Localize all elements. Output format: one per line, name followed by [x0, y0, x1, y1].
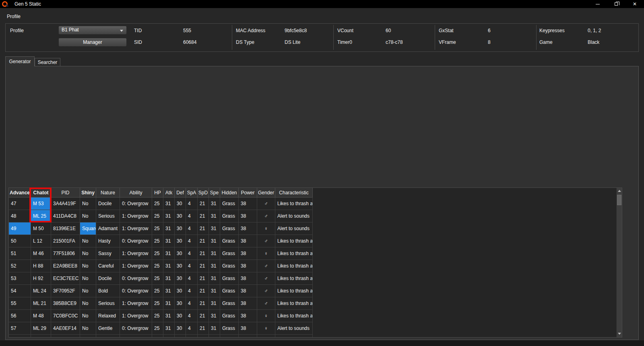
close-button[interactable]: ✕	[625, 0, 644, 8]
profile-select[interactable]: B1 Phat	[58, 26, 127, 35]
table-cell[interactable]: 38	[239, 272, 257, 285]
column-header[interactable]: Atk	[163, 188, 175, 198]
table-cell[interactable]	[186, 335, 198, 338]
table-cell[interactable]	[9, 335, 31, 338]
table-cell[interactable]: Likes to thrash about	[275, 310, 313, 322]
table-cell[interactable]: 31	[163, 260, 175, 272]
table-cell[interactable]	[175, 335, 186, 338]
table-cell[interactable]: 38	[239, 247, 257, 260]
table-cell[interactable]: Adamant	[96, 222, 120, 235]
table-cell[interactable]: No	[80, 210, 96, 222]
table-cell[interactable]: Grass	[220, 297, 239, 310]
table-cell[interactable]: 1: Overgrow	[120, 260, 152, 272]
column-header[interactable]: Characteristic	[275, 188, 313, 198]
table-cell[interactable]: 52	[9, 260, 31, 272]
table-cell[interactable]: 3A4A419F	[51, 198, 80, 210]
table-cell[interactable]: Grass	[220, 310, 239, 322]
table-cell[interactable]: 54	[9, 285, 31, 297]
table-cell[interactable]: 25	[152, 260, 163, 272]
table-cell[interactable]: ♂	[257, 210, 275, 222]
table-cell[interactable]: 31	[209, 310, 220, 322]
table-cell[interactable]: ♂	[257, 272, 275, 285]
table-cell[interactable]: H 88	[31, 260, 51, 272]
column-header[interactable]: Advance	[9, 188, 31, 198]
table-cell[interactable]: Docile	[96, 272, 120, 285]
table-cell[interactable]: L 12	[31, 235, 51, 247]
table-cell[interactable]: 38	[239, 210, 257, 222]
table-cell[interactable]: 4	[186, 260, 198, 272]
table-cell[interactable]: 56	[9, 310, 31, 322]
table-cell[interactable]: 31	[209, 198, 220, 210]
table-cell[interactable]: 0: Overgrow	[120, 198, 152, 210]
table-cell[interactable]: 38	[239, 310, 257, 322]
restore-button[interactable]	[607, 0, 625, 8]
table-cell[interactable]: E2A9BEE8	[51, 260, 80, 272]
table-cell[interactable]: 21	[198, 260, 209, 272]
table-cell[interactable]: 4	[186, 247, 198, 260]
table-cell[interactable]: 30	[175, 235, 186, 247]
table-cell[interactable]: 25	[152, 310, 163, 322]
table-cell[interactable]: 38	[239, 285, 257, 297]
table-cell[interactable]: 31	[209, 247, 220, 260]
table-cell[interactable]: 50	[9, 235, 31, 247]
table-cell[interactable]: 55	[9, 297, 31, 310]
table-cell[interactable]: 4	[186, 285, 198, 297]
table-cell[interactable]: 31	[163, 297, 175, 310]
table-cell[interactable]: 1: Overgrow	[120, 310, 152, 322]
table-cell[interactable]: Grass	[220, 210, 239, 222]
table-cell[interactable]: No	[80, 272, 96, 285]
table-cell[interactable]: 25	[152, 285, 163, 297]
minimize-button[interactable]	[588, 0, 607, 8]
column-header[interactable]: Gender	[257, 188, 275, 198]
table-cell[interactable]: 38	[239, 198, 257, 210]
table-cell[interactable]: No	[80, 322, 96, 335]
column-header[interactable]: Def	[175, 188, 186, 198]
table-cell[interactable]: No	[80, 260, 96, 272]
scrollbar-thumb[interactable]	[617, 195, 621, 205]
table-cell[interactable]: 21	[198, 222, 209, 235]
table-cell[interactable]: 21	[198, 297, 209, 310]
table-cell[interactable]: Grass	[220, 272, 239, 285]
table-cell[interactable]: Careful	[96, 260, 120, 272]
table-cell[interactable]: No	[80, 235, 96, 247]
table-cell[interactable]: 4	[186, 297, 198, 310]
table-cell[interactable]: 21	[198, 285, 209, 297]
table-cell[interactable]: 38	[239, 297, 257, 310]
table-cell[interactable]: Likes to thrash about	[275, 272, 313, 285]
table-cell[interactable]: 1: Overgrow	[120, 210, 152, 222]
table-cell[interactable]: ♀	[257, 322, 275, 335]
table-cell[interactable]: Grass	[220, 322, 239, 335]
table-cell[interactable]: 30	[175, 210, 186, 222]
table-cell[interactable]: Hasty	[96, 235, 120, 247]
table-cell[interactable]: M 48	[31, 310, 51, 322]
table-cell[interactable]: 25	[152, 272, 163, 285]
table-cell[interactable]: 21	[198, 198, 209, 210]
table-cell[interactable]: ML 29	[31, 322, 51, 335]
table-cell[interactable]: No	[80, 285, 96, 297]
table-cell[interactable]: 31	[209, 210, 220, 222]
tab-generator[interactable]: Generator	[5, 56, 35, 66]
column-header[interactable]: PID	[51, 188, 80, 198]
table-cell[interactable]: 0: Overgrow	[120, 272, 152, 285]
table-cell[interactable]: 31	[209, 285, 220, 297]
table-cell[interactable]: 21	[198, 310, 209, 322]
table-cell[interactable]: 25	[152, 198, 163, 210]
table-cell[interactable]: ♂	[257, 285, 275, 297]
table-cell[interactable]: 4	[186, 235, 198, 247]
table-cell[interactable]	[31, 335, 51, 338]
table-cell[interactable]: 30	[175, 310, 186, 322]
table-cell[interactable]: ♂	[257, 260, 275, 272]
table-cell[interactable]: 31	[163, 310, 175, 322]
table-cell[interactable]: 31	[163, 285, 175, 297]
table-cell[interactable]: Bold	[96, 285, 120, 297]
table-cell[interactable]: Likes to thrash about	[275, 247, 313, 260]
table-cell[interactable]: 25	[152, 247, 163, 260]
column-header[interactable]: SpD	[198, 188, 209, 198]
column-header[interactable]: Shiny	[80, 188, 96, 198]
table-cell[interactable]: Serious	[96, 297, 120, 310]
table-cell[interactable]: Relaxed	[96, 310, 120, 322]
table-cell[interactable]: 21	[198, 235, 209, 247]
table-cell[interactable]: 31	[209, 322, 220, 335]
table-cell[interactable]: 25	[152, 297, 163, 310]
table-cell[interactable]: ♂	[257, 297, 275, 310]
